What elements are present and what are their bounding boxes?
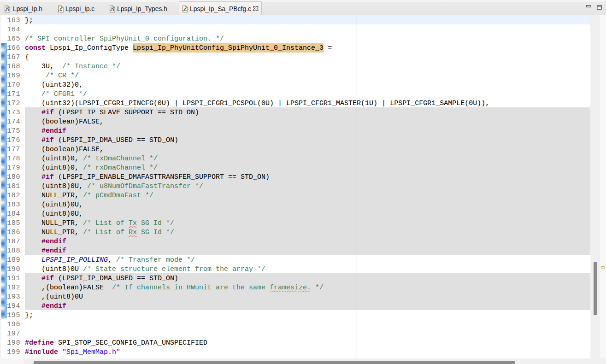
- svg-text:.c: .c: [182, 7, 187, 12]
- svg-text:.h: .h: [110, 7, 114, 12]
- svg-text:.h: .h: [5, 7, 9, 12]
- svg-text:.c: .c: [58, 7, 62, 12]
